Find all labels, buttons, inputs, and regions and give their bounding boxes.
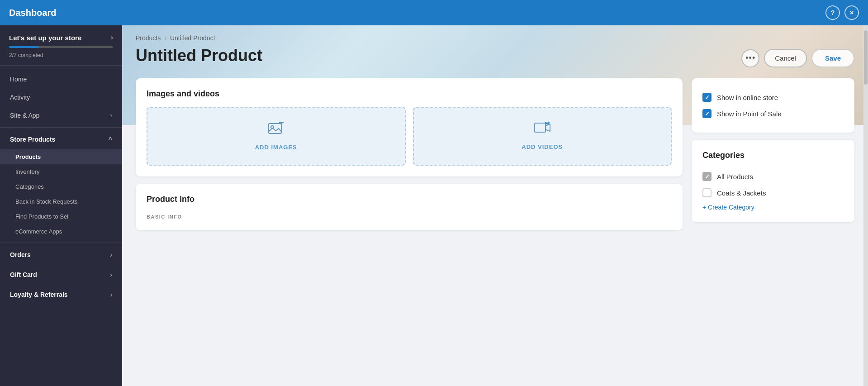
coats-jackets-label: Coats & Jackets — [717, 189, 766, 197]
sidebar-item-gift-card[interactable]: Gift Card › — [0, 266, 122, 284]
sidebar-item-find-products[interactable]: Find Products to Sell — [0, 209, 122, 224]
svg-rect-2 — [535, 123, 545, 132]
sidebar-item-categories[interactable]: Categories — [0, 179, 122, 194]
sidebar-item-activity-label: Activity — [10, 94, 30, 101]
product-info-title: Product info — [147, 195, 672, 204]
store-products-chevron: ^ — [109, 136, 112, 143]
sidebar: Let's set up your store › 2/7 completed … — [0, 25, 122, 386]
coats-jackets-checkbox[interactable] — [702, 188, 711, 197]
breadcrumb-parent[interactable]: Products — [136, 34, 161, 42]
content-area: Products › Untitled Product Untitled Pro… — [122, 25, 868, 386]
all-products-label: All Products — [717, 173, 753, 181]
sidebar-item-activity[interactable]: Activity — [0, 88, 122, 106]
images-videos-card: Images and videos — [136, 78, 683, 176]
nav-divider-1 — [0, 127, 122, 128]
cancel-button[interactable]: Cancel — [764, 49, 807, 67]
loyalty-label: Loyalty & Referrals — [10, 291, 68, 298]
product-right-column: Show in online store Show in Point of Sa… — [692, 78, 854, 222]
sidebar-item-inventory[interactable]: Inventory — [0, 164, 122, 179]
sidebar-item-orders[interactable]: Orders › — [0, 246, 122, 264]
visibility-pos: Show in Point of Sale — [702, 105, 844, 122]
svg-rect-0 — [269, 124, 281, 133]
video-icon — [534, 122, 551, 139]
categories-title: Categories — [702, 151, 844, 160]
breadcrumb: Products › Untitled Product — [136, 34, 854, 42]
add-images-box[interactable]: ADD IMAGES — [147, 107, 406, 166]
create-category-link[interactable]: + Create Category — [702, 204, 754, 211]
sidebar-item-home[interactable]: Home — [0, 70, 122, 88]
nav-section: Home Activity Site & App › Store Product… — [0, 66, 122, 308]
progress-bar-fill — [9, 46, 39, 48]
setup-count: 2/7 completed — [9, 52, 43, 58]
scrollbar-thumb[interactable] — [864, 30, 868, 85]
sidebar-item-home-label: Home — [10, 76, 27, 83]
breadcrumb-separator: › — [164, 34, 166, 42]
setup-chevron: › — [111, 33, 113, 42]
visibility-online-store: Show in online store — [702, 89, 844, 105]
setup-title[interactable]: Let's set up your store › — [9, 33, 113, 42]
product-main-column: Images and videos — [136, 78, 683, 230]
back-stock-label: Back in Stock Requests — [15, 198, 77, 205]
dashboard-title: Dashboard — [9, 8, 56, 18]
scrollbar-track[interactable] — [863, 25, 868, 386]
setup-title-text: Let's set up your store — [9, 34, 81, 42]
ecommerce-apps-label: eCommerce Apps — [15, 228, 62, 235]
top-bar-actions: ? × — [825, 5, 859, 20]
nav-divider-2 — [0, 243, 122, 243]
help-button[interactable]: ? — [825, 5, 840, 20]
add-images-label: ADD IMAGES — [255, 144, 297, 151]
image-icon — [268, 122, 284, 139]
orders-chevron: › — [110, 251, 112, 258]
visibility-card: Show in online store Show in Point of Sa… — [692, 78, 854, 133]
save-button[interactable]: Save — [811, 49, 854, 67]
product-page: Products › Untitled Product Untitled Pro… — [122, 25, 868, 386]
store-products-subnav: Products Inventory Categories Back in St… — [0, 148, 122, 240]
site-app-chevron: › — [110, 112, 112, 119]
product-title: Untitled Product — [136, 46, 262, 65]
find-products-label: Find Products to Sell — [15, 213, 70, 220]
sidebar-item-site-app-label: Site & App — [10, 112, 39, 119]
basic-info-label: BASIC INFO — [147, 212, 672, 219]
title-actions: ••• Cancel Save — [741, 49, 854, 67]
store-products-label: Store Products — [10, 136, 55, 143]
sidebar-item-store-products[interactable]: Store Products ^ — [0, 130, 122, 148]
categories-label: Categories — [15, 183, 44, 190]
add-videos-label: ADD VIDEOS — [522, 143, 563, 150]
gift-card-label: Gift Card — [10, 271, 37, 278]
show-pos-label: Show in Point of Sale — [717, 110, 782, 118]
setup-section: Let's set up your store › 2/7 completed — [0, 25, 122, 66]
media-grid: ADD IMAGES — [147, 107, 672, 166]
top-bar: Dashboard ? × — [0, 0, 868, 25]
more-options-button[interactable]: ••• — [741, 49, 759, 67]
sidebar-item-site-app[interactable]: Site & App › — [0, 106, 122, 124]
category-all-products: All Products — [702, 168, 844, 185]
product-info-card: Product info BASIC INFO — [136, 184, 683, 230]
sidebar-item-back-stock[interactable]: Back in Stock Requests — [0, 194, 122, 209]
category-coats-jackets: Coats & Jackets — [702, 185, 844, 201]
sidebar-item-loyalty[interactable]: Loyalty & Referrals › — [0, 286, 122, 304]
sidebar-item-products[interactable]: Products — [0, 149, 122, 164]
progress-bar-bg — [9, 46, 113, 48]
gift-card-chevron: › — [110, 271, 112, 278]
inventory-label: Inventory — [15, 168, 39, 175]
close-button[interactable]: × — [844, 5, 859, 20]
categories-card: Categories All Products Coats & Jackets … — [692, 140, 854, 222]
loyalty-chevron: › — [110, 291, 112, 298]
all-products-checkbox[interactable] — [702, 172, 711, 181]
show-online-store-checkbox[interactable] — [702, 93, 711, 102]
show-pos-checkbox[interactable] — [702, 109, 711, 118]
breadcrumb-current: Untitled Product — [170, 34, 215, 42]
add-videos-box[interactable]: ADD VIDEOS — [413, 107, 672, 166]
show-online-store-label: Show in online store — [717, 94, 778, 101]
product-columns: Images and videos — [136, 78, 854, 230]
product-title-row: Untitled Product ••• Cancel Save — [136, 46, 854, 67]
orders-label: Orders — [10, 251, 31, 258]
sidebar-item-ecommerce-apps[interactable]: eCommerce Apps — [0, 224, 122, 239]
images-videos-title: Images and videos — [147, 89, 672, 99]
products-label: Products — [15, 153, 41, 160]
